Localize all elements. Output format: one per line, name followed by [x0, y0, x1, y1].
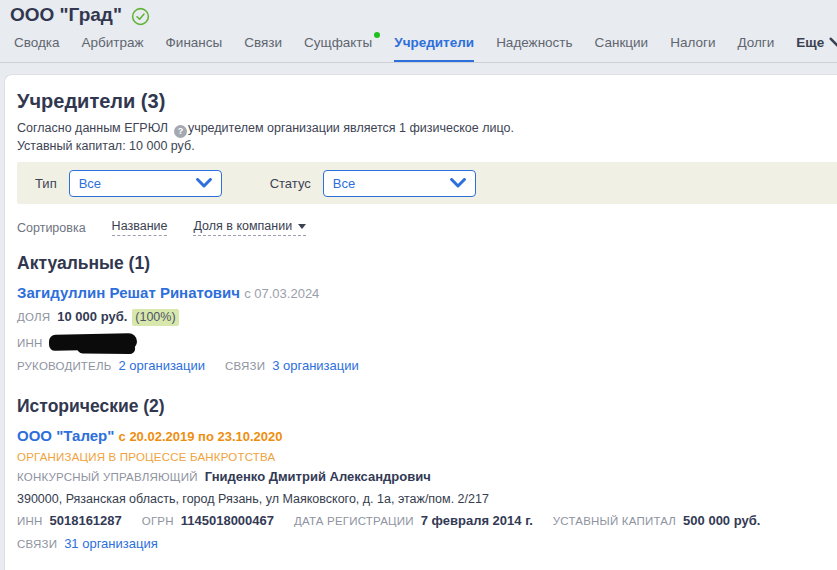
tab-arbitrazh[interactable]: Арбитраж: [82, 35, 144, 62]
company-info-row: ИНН 5018161287 ОГРН 1145018000467 ДАТА Р…: [17, 512, 823, 530]
inn-label: ИНН: [17, 335, 42, 352]
head-relations-row: РУКОВОДИТЕЛЬ 2 организации СВЯЗИ 3 орган…: [17, 357, 823, 375]
founder-entry: Загидуллин Решат Ринатович с 07.03.2024 …: [17, 283, 823, 375]
type-filter-label: Тип: [35, 176, 57, 191]
tab-suschfakty[interactable]: Сущфакты: [304, 35, 372, 62]
type-filter-value: Все: [79, 176, 101, 191]
tab-sankcii[interactable]: Санкции: [595, 35, 649, 62]
tab-finansy[interactable]: Финансы: [166, 35, 223, 62]
head-pair: РУКОВОДИТЕЛЬ 2 организации: [17, 357, 205, 375]
bankruptcy-status: ОРГАНИЗАЦИЯ В ПРОЦЕССЕ БАНКРОТСТВА: [17, 451, 823, 463]
historical-company-entry: ООО "Талер" с 20.02.2019 по 23.10.2020 О…: [17, 426, 823, 553]
filter-bar: Тип Все Статус Все: [17, 162, 837, 204]
ogrn-pair: ОГРН 1145018000467: [142, 512, 274, 530]
tab-label: Еще: [796, 35, 824, 50]
tab-uchrediteli[interactable]: Учредители: [394, 35, 474, 62]
tab-svyazi[interactable]: Связи: [244, 35, 282, 62]
sort-row: Сортировка Название Доля в компании: [17, 219, 823, 236]
sort-by-name[interactable]: Название: [112, 219, 168, 236]
section-title: Учредители (3): [17, 90, 823, 113]
capital-label: УСТАВНЫЙ КАПИТАЛ: [553, 513, 676, 530]
company-header: ООО "Град" Сводка Арбитраж Финансы Связи…: [0, 0, 837, 63]
redacted-inn-value: [49, 333, 137, 351]
founder-entry-head: Загидуллин Решат Ринатович с 07.03.2024: [17, 283, 823, 303]
relations-pair: СВЯЗИ 3 организации: [225, 357, 359, 375]
head-orgs-link[interactable]: 2 организации: [118, 357, 205, 374]
title-row: ООО "Град": [0, 0, 837, 26]
egrul-note-suffix: учредителем организации является 1 физич…: [188, 121, 514, 135]
caret-down-icon: [298, 224, 306, 229]
company-title: ООО "Град": [10, 4, 122, 26]
company-address: 390000, Рязанская область, город Рязань,…: [17, 491, 823, 507]
chevron-down-icon: [829, 37, 837, 48]
verified-check-icon: [131, 7, 150, 26]
relations-label: СВЯЗИ: [17, 536, 57, 553]
capital-note: Уставный капитал: 10 000 руб.: [17, 138, 823, 154]
help-icon[interactable]: ?: [174, 125, 187, 138]
share-label: ДОЛЯ: [17, 309, 50, 326]
status-filter-label: Статус: [270, 176, 311, 191]
company-entry-head: ООО "Талер" с 20.02.2019 по 23.10.2020: [17, 426, 823, 446]
tab-bar: Сводка Арбитраж Финансы Связи Сущфакты У…: [0, 26, 837, 63]
relations-orgs-link[interactable]: 3 организации: [272, 357, 359, 374]
actual-heading: Актуальные (1): [17, 253, 823, 274]
content-card: Учредители (3) Согласно данным ЕГРЮЛ?учр…: [4, 74, 837, 570]
inn-label: ИНН: [17, 513, 42, 530]
sort-by-share-label: Доля в компании: [193, 219, 292, 233]
reg-date-pair: ДАТА РЕГИСТРАЦИИ 7 февраля 2014 г.: [294, 512, 533, 530]
capital-value: 500 000 руб.: [683, 512, 760, 529]
egrul-note: Согласно данным ЕГРЮЛ?учредителем органи…: [17, 120, 823, 138]
inn-value: 5018161287: [49, 512, 121, 529]
inn-pair: ИНН 5018161287: [17, 512, 122, 530]
egrul-note-prefix: Согласно данным ЕГРЮЛ: [17, 121, 168, 135]
founder-since: с 07.03.2024: [244, 286, 319, 301]
ogrn-label: ОГРН: [142, 513, 174, 530]
type-filter-select[interactable]: Все: [69, 170, 222, 197]
share-percent-badge: (100%): [132, 309, 178, 326]
tab-dolgi[interactable]: Долги: [737, 35, 774, 62]
company-name-link[interactable]: ООО "Талер": [17, 427, 114, 444]
share-value: 10 000 руб.: [57, 308, 127, 325]
relations-pair: СВЯЗИ 31 организация: [17, 535, 158, 553]
reg-date-value: 7 февраля 2014 г.: [421, 512, 533, 529]
chevron-down-icon: [196, 178, 212, 188]
sort-by-share[interactable]: Доля в компании: [193, 219, 306, 236]
status-filter-select[interactable]: Все: [323, 170, 476, 197]
tab-more[interactable]: Еще: [796, 35, 837, 62]
sort-label: Сортировка: [17, 221, 86, 235]
company-period: с 20.02.2019 по 23.10.2020: [119, 429, 283, 444]
share-row: ДОЛЯ 10 000 руб. (100%): [17, 308, 823, 326]
manager-row: КОНКУРСНЫЙ УПРАВЛЯЮЩИЙ Гниденко Дмитрий …: [17, 468, 823, 486]
tab-svodka[interactable]: Сводка: [14, 35, 60, 62]
tab-nalogi[interactable]: Налоги: [670, 35, 715, 62]
reg-date-label: ДАТА РЕГИСТРАЦИИ: [294, 513, 414, 530]
tab-nadezhnost[interactable]: Надежность: [496, 35, 572, 62]
relations-label: СВЯЗИ: [225, 358, 265, 375]
ogrn-value: 1145018000467: [181, 512, 274, 529]
inn-row: ИНН: [17, 331, 823, 352]
historical-heading: Исторические (2): [17, 396, 823, 417]
head-label: РУКОВОДИТЕЛЬ: [17, 358, 111, 375]
manager-label: КОНКУРСНЫЙ УПРАВЛЯЮЩИЙ: [17, 469, 198, 486]
tab-label: Сущфакты: [304, 35, 372, 50]
chevron-down-icon: [450, 178, 466, 188]
company-links-row: СВЯЗИ 31 организация: [17, 535, 823, 553]
founder-name-link[interactable]: Загидуллин Решат Ринатович: [17, 284, 240, 301]
manager-name: Гниденко Дмитрий Александрович: [205, 468, 431, 485]
green-dot-icon: [374, 32, 380, 38]
capital-pair: УСТАВНЫЙ КАПИТАЛ 500 000 руб.: [553, 512, 761, 530]
relations-orgs-link[interactable]: 31 организация: [64, 535, 158, 552]
status-filter-value: Все: [333, 176, 355, 191]
